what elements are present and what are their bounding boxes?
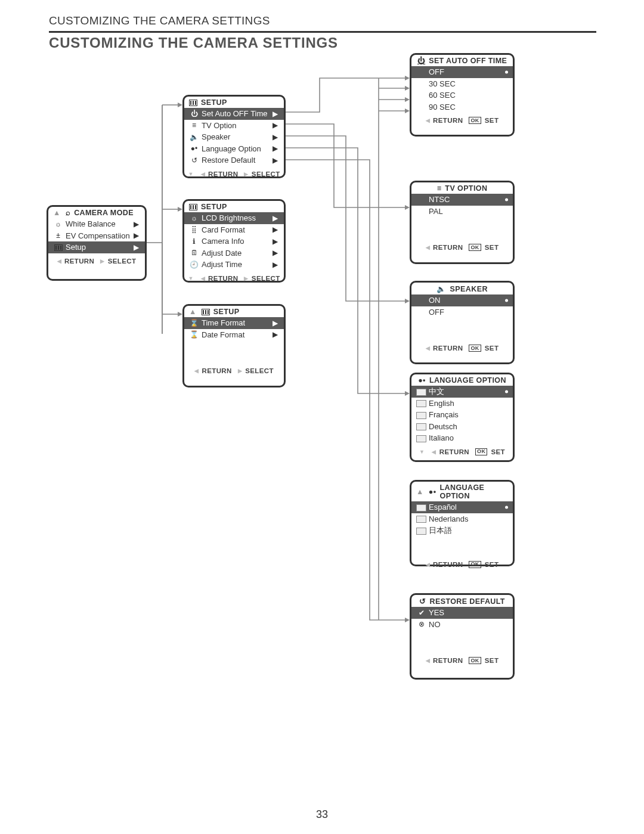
row-icon: ●• (189, 144, 199, 153)
title-text: CAMERA MODE (74, 209, 134, 217)
panel-title: ●• LANGUAGE OPTION (411, 374, 513, 386)
svg-marker-4 (178, 312, 182, 317)
menu-row[interactable]: 🗓Adjust Date▶ (184, 247, 284, 259)
panel-title: SETUP (184, 97, 284, 108)
row-label: NTSC (429, 195, 508, 204)
menu-row[interactable]: ↺Restore Default▶ (184, 154, 284, 166)
menu-row[interactable]: ON (411, 294, 513, 306)
menu-row[interactable]: 🕘Adjust Time▶ (184, 259, 284, 271)
row-icon: ⌛ (189, 330, 199, 339)
menu-row[interactable]: Nederlands (411, 513, 513, 525)
panel-title: ⏻ SET AUTO OFF TIME (411, 55, 513, 66)
panel-footer: RETURN OKSET (411, 446, 513, 458)
down-indicator (188, 275, 194, 282)
menu-row[interactable]: 中文 (411, 386, 513, 398)
title-text: SETUP (201, 203, 227, 211)
menu-row[interactable]: ⣿Card Format▶ (184, 224, 284, 236)
menu-row[interactable]: ±EV Compensatiion▶ (48, 230, 145, 242)
menu-row[interactable]: ●•Language Option▶ (184, 143, 284, 155)
camera-icon: ⌕ (66, 209, 70, 217)
menu-row[interactable]: 90 SEC (411, 101, 513, 113)
row-icon: ≡ (189, 121, 199, 129)
chevron-right-icon: ▶ (271, 144, 279, 153)
menu-row[interactable]: NTSC (411, 194, 513, 206)
menu-row[interactable]: 🔈Speaker▶ (184, 131, 284, 143)
speaker-icon: 🔈 (436, 284, 446, 293)
menu-row[interactable]: ⌛Time Format▶ (184, 317, 284, 329)
return-action: RETURN (201, 275, 239, 282)
reset-icon: ↺ (419, 597, 426, 606)
sliders-icon (189, 204, 197, 210)
selected-dot-icon (505, 299, 508, 302)
svg-marker-11 (405, 618, 410, 622)
row-label: 日本語 (429, 525, 508, 536)
menu-row[interactable]: ☼LCD Brightness▶ (184, 212, 284, 224)
select-action: SELECT (244, 275, 280, 282)
row-label: Adjust Date (202, 249, 271, 258)
chevron-right-icon: ▶ (271, 249, 279, 257)
select-action: SELECT (238, 367, 274, 374)
title-text: TV OPTION (445, 184, 487, 193)
menu-row[interactable]: ⌛Date Format▶ (184, 329, 284, 341)
power-icon: ⏻ (417, 57, 425, 65)
menu-row[interactable]: ✔YES (411, 607, 513, 619)
menu-row[interactable]: ⊗NO (411, 619, 513, 631)
menu-row[interactable]: PAL (411, 206, 513, 218)
row-label: EV Compensatiion (66, 231, 132, 240)
row-icon: ℹ (189, 237, 199, 246)
row-label: Français (429, 410, 508, 419)
menu-row[interactable]: 60 SEC (411, 89, 513, 101)
menu-row[interactable]: ℹCamera Info▶ (184, 235, 284, 247)
menu-row[interactable]: Italiano (411, 432, 513, 444)
menu-row[interactable]: ⏻Set Auto OFF Time▶ (184, 108, 284, 120)
menu-row[interactable]: ☼White Balance▶ (48, 218, 145, 230)
setup-panel-1: SETUP ⏻Set Auto OFF Time▶≡TV Option▶🔈Spe… (182, 95, 286, 178)
row-icon: ✔ (416, 609, 426, 617)
menu-row[interactable]: OFF (411, 306, 513, 318)
language-panel-1: ●• LANGUAGE OPTION 中文EnglishFrançaisDeut… (410, 373, 515, 462)
row-label: YES (429, 608, 508, 617)
menu-row[interactable]: English (411, 398, 513, 410)
row-icon (416, 503, 426, 511)
set-action: OKSET (469, 244, 499, 251)
svg-marker-3 (178, 207, 182, 212)
up-icon: ▲ (189, 308, 197, 316)
menu-row[interactable]: Deutsch (411, 421, 513, 433)
menu-row[interactable]: ≡TV Option▶ (184, 120, 284, 132)
panel-title: 🔈 SPEAKER (411, 283, 513, 294)
menu-row[interactable]: OFF (411, 66, 513, 78)
row-icon (416, 526, 426, 535)
row-icon: ☼ (53, 220, 63, 228)
title-text: RESTORE DEFAULT (430, 597, 505, 606)
return-action: RETURN (432, 448, 469, 455)
panel-title: ≡ TV OPTION (411, 182, 513, 194)
return-action: RETURN (194, 367, 232, 374)
ok-icon: OK (469, 117, 481, 124)
row-label: Adjust Time (202, 260, 271, 269)
chevron-right-icon: ▶ (132, 220, 140, 228)
row-label: LCD Brightness (202, 213, 271, 222)
row-icon: ⏻ (189, 110, 199, 118)
setup-panel-2: SETUP ☼LCD Brightness▶⣿Card Format▶ℹCame… (182, 199, 286, 283)
svg-marker-16 (405, 97, 410, 102)
menu-row[interactable]: 日本語 (411, 525, 513, 537)
svg-marker-18 (405, 108, 410, 113)
down-indicator (188, 170, 194, 178)
row-label: Español (429, 503, 508, 511)
menu-row[interactable]: Français (411, 409, 513, 421)
row-label: Language Option (202, 144, 271, 153)
chevron-right-icon: ▶ (271, 121, 279, 129)
ok-icon: OK (469, 244, 481, 251)
row-icon (416, 422, 426, 430)
row-icon: ⌛ (189, 319, 199, 327)
title-text: SPEAKER (450, 285, 488, 293)
menu-row[interactable]: Español (411, 501, 513, 513)
menu-row[interactable]: Setup▶ (48, 241, 145, 253)
svg-marker-2 (178, 103, 182, 107)
row-label: PAL (429, 207, 508, 216)
row-icon (416, 411, 426, 419)
return-action: RETURN (426, 345, 463, 352)
panel-title: ↺ RESTORE DEFAULT (411, 595, 513, 607)
row-icon: 🔈 (189, 133, 199, 141)
menu-row[interactable]: 30 SEC (411, 78, 513, 90)
